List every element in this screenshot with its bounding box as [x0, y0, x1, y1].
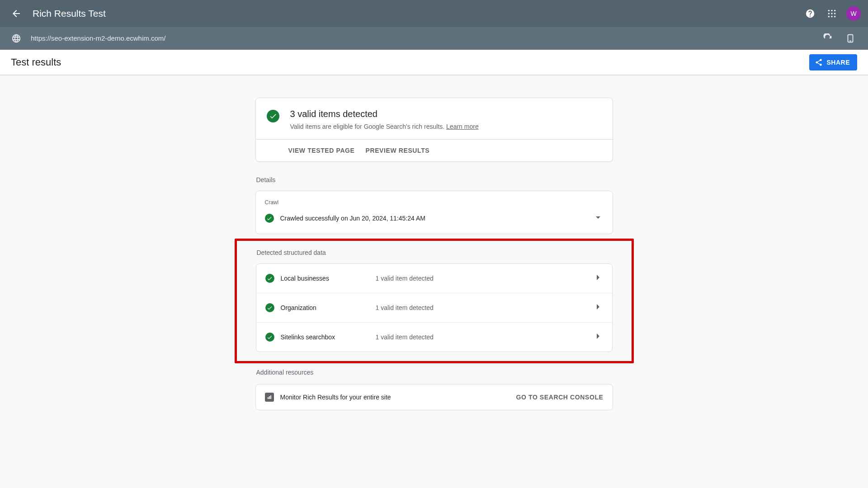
share-icon [815, 58, 823, 66]
highlight-annotation: Detected structured data Local businesse… [235, 239, 634, 363]
crawl-label: Crawl [256, 191, 613, 207]
page-title: Test results [11, 56, 61, 68]
sd-name: Local businesses [281, 275, 376, 282]
app-header: Rich Results Test W [0, 0, 868, 27]
check-circle-icon [265, 274, 274, 283]
avatar[interactable]: W [846, 6, 861, 21]
svg-rect-12 [269, 396, 270, 399]
sd-detail: 1 valid item detected [376, 304, 592, 311]
check-circle-icon [265, 333, 274, 342]
sd-detail: 1 valid item detected [376, 275, 592, 282]
chevron-right-icon [592, 331, 603, 343]
check-circle-icon [267, 110, 279, 122]
details-label: Details [256, 176, 613, 183]
structured-data-row-sitelinks-searchbox[interactable]: Sitelinks searchbox 1 valid item detecte… [256, 323, 612, 352]
globe-icon-wrap [7, 29, 25, 47]
reload-button[interactable] [817, 28, 838, 49]
url-text[interactable]: https://seo-extension-m2-demo.ecwhim.com… [31, 34, 817, 42]
additional-resources-label: Additional resources [256, 369, 613, 376]
svg-point-6 [828, 16, 830, 17]
arrow-back-icon [11, 8, 22, 19]
sub-header: Test results SHARE [0, 50, 868, 75]
svg-point-0 [828, 10, 830, 11]
svg-point-2 [834, 10, 835, 11]
view-tested-page-button[interactable]: VIEW TESTED PAGE [288, 147, 355, 154]
analytics-icon [265, 393, 274, 402]
back-button[interactable] [7, 5, 25, 23]
learn-more-link[interactable]: Learn more [446, 123, 479, 130]
help-button[interactable] [799, 3, 821, 24]
sd-name: Organization [281, 304, 376, 311]
summary-title: 3 valid items detected [290, 109, 479, 119]
device-button[interactable] [840, 28, 861, 49]
crawl-text: Crawled successfully on Jun 20, 2024, 11… [280, 215, 593, 222]
svg-rect-13 [270, 395, 271, 399]
check-circle-icon [265, 214, 274, 223]
apps-icon [827, 9, 836, 18]
crawl-row[interactable]: Crawled successfully on Jun 20, 2024, 11… [256, 207, 613, 234]
svg-point-4 [831, 13, 832, 14]
app-title: Rich Results Test [33, 8, 106, 19]
help-icon [805, 9, 815, 19]
chevron-right-icon [592, 301, 603, 314]
expand-more-icon [593, 212, 604, 225]
svg-rect-11 [268, 397, 269, 399]
preview-results-button[interactable]: PREVIEW RESULTS [366, 147, 430, 154]
url-bar: https://seo-extension-m2-demo.ecwhim.com… [0, 27, 868, 50]
structured-data-row-organization[interactable]: Organization 1 valid item detected [256, 293, 612, 323]
resource-card: Monitor Rich Results for your entire sit… [255, 384, 613, 410]
globe-icon [11, 33, 21, 43]
sd-name: Sitelinks searchbox [281, 333, 376, 341]
svg-point-5 [834, 13, 835, 14]
smartphone-icon [845, 33, 855, 43]
svg-point-3 [828, 13, 830, 14]
sd-detail: 1 valid item detected [376, 333, 592, 341]
summary-card: 3 valid items detected Valid items are e… [255, 98, 613, 162]
chevron-right-icon [592, 272, 603, 285]
apps-button[interactable] [821, 3, 843, 24]
structured-data-label: Detected structured data [257, 249, 613, 256]
share-label: SHARE [826, 59, 850, 66]
share-button[interactable]: SHARE [809, 54, 857, 70]
structured-data-row-local-businesses[interactable]: Local businesses 1 valid item detected [256, 264, 612, 293]
svg-point-7 [831, 16, 832, 17]
svg-point-1 [831, 10, 832, 11]
structured-data-card: Local businesses 1 valid item detected O… [256, 263, 613, 352]
resource-text: Monitor Rich Results for your entire sit… [280, 394, 516, 401]
go-to-search-console-link[interactable]: GO TO SEARCH CONSOLE [516, 394, 604, 401]
crawl-card: Crawl Crawled successfully on Jun 20, 20… [255, 191, 613, 234]
reload-icon [823, 33, 833, 43]
resource-row: Monitor Rich Results for your entire sit… [256, 385, 613, 410]
summary-subtitle: Valid items are eligible for Google Sear… [290, 123, 479, 130]
svg-point-8 [834, 16, 835, 17]
check-circle-icon [265, 303, 274, 312]
